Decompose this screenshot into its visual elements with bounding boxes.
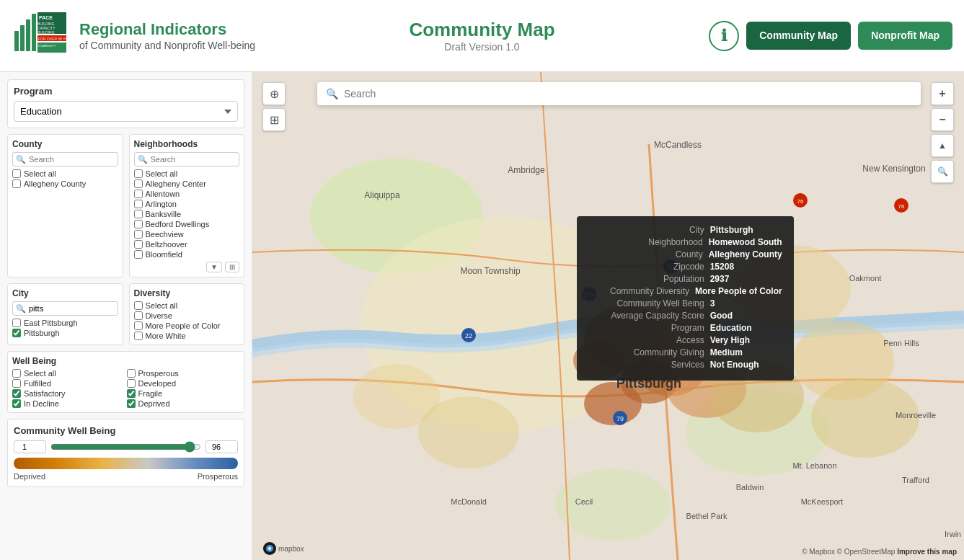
tooltip-giving-label: Community Giving <box>603 347 704 357</box>
map-search-input[interactable] <box>344 88 912 99</box>
cwb-deprived-label: Deprived <box>14 472 45 481</box>
community-well-being-section: Community Well Being Deprived Prosperous <box>7 419 244 487</box>
svg-text:Monroeville: Monroeville <box>896 411 936 419</box>
map-area[interactable]: Pittsburgh Aliquippa Ambridge McCandless… <box>252 72 964 560</box>
neighborhoods-checkbox-list: Select all Allegheny Center Allentown Ar… <box>134 169 240 259</box>
county-allegheny-item[interactable]: Allegheny County <box>12 179 118 188</box>
diversity-more-poc-item[interactable]: More People of Color <box>134 321 240 330</box>
neighborhood-bedford[interactable]: Bedford Dwellings <box>134 220 240 228</box>
neighborhood-beltzhoover-cb[interactable] <box>134 240 143 249</box>
tooltip-population-label: Population <box>603 274 704 284</box>
diversity-select-all-item[interactable]: Select all <box>134 301 240 310</box>
community-map-button[interactable]: Community Map <box>746 22 851 49</box>
neighborhood-beltzhoover-label: Beltzhoover <box>146 240 187 249</box>
wb-developed-item[interactable]: Developed <box>127 379 240 388</box>
map-search-zoom-button[interactable]: 🔍 <box>931 160 954 183</box>
wb-select-all-cb[interactable] <box>12 369 21 378</box>
wb-satisfactory-cb[interactable] <box>12 389 21 398</box>
wb-in-decline-cb[interactable] <box>12 399 21 408</box>
neighborhoods-select-all-checkbox[interactable] <box>134 169 143 178</box>
info-button[interactable]: ℹ <box>709 21 739 51</box>
neighborhood-arlington-cb[interactable] <box>134 200 143 208</box>
map-layers-button[interactable]: ⊞ <box>262 108 286 131</box>
neighborhood-allentown-cb[interactable] <box>134 190 143 198</box>
wb-select-all-item[interactable]: Select all <box>12 369 125 378</box>
wb-deprived-item[interactable]: Deprived <box>127 399 240 408</box>
county-filter: County 🔍 Select all Allegheny County <box>7 134 123 277</box>
diversity-select-all-cb[interactable] <box>134 301 143 310</box>
neighborhood-banksville-cb[interactable] <box>134 210 143 218</box>
neighborhoods-search-input[interactable] <box>134 152 240 166</box>
neighborhoods-select-all-item[interactable]: Select all <box>134 169 240 178</box>
cwb-slider[interactable] <box>50 441 201 453</box>
neighborhood-bloomfield[interactable]: Bloomfield <box>134 250 240 259</box>
map-search-bar[interactable]: 🔍 <box>317 82 921 105</box>
map-zoom-out-button[interactable]: − <box>931 108 954 131</box>
city-pittsburgh-cb[interactable] <box>12 329 21 337</box>
neighborhood-bloomfield-label: Bloomfield <box>146 250 182 259</box>
county-allegheny-checkbox[interactable] <box>12 179 21 188</box>
diversity-diverse-item[interactable]: Diverse <box>134 311 240 320</box>
wb-fragile-cb[interactable] <box>127 389 136 398</box>
wb-satisfactory-item[interactable]: Satisfactory <box>12 389 125 398</box>
neighborhood-allegheny-center[interactable]: Allegheny Center <box>134 179 240 188</box>
map-north-button[interactable]: ▲ <box>931 134 954 157</box>
cwb-max-input[interactable] <box>205 440 238 453</box>
tooltip-capacity-value: Good <box>710 311 782 321</box>
city-search-input[interactable] <box>12 301 118 316</box>
diversity-more-white-cb[interactable] <box>134 332 143 340</box>
header-title-block: Regional Indicators of Community and Non… <box>79 20 255 50</box>
wb-fulfilled-item[interactable]: Fulfilled <box>12 379 125 388</box>
tooltip-access-row: Access Very High <box>588 335 782 345</box>
wb-deprived-cb[interactable] <box>127 399 136 408</box>
county-search-input[interactable] <box>12 152 118 166</box>
city-east-pittsburgh-cb[interactable] <box>12 319 21 327</box>
neighborhood-beltzhoover[interactable]: Beltzhoover <box>134 240 240 249</box>
svg-text:Moon Township: Moon Township <box>460 266 520 276</box>
cwb-min-input[interactable] <box>14 440 46 453</box>
county-search-wrap: 🔍 <box>12 152 118 166</box>
county-select-all-checkbox[interactable] <box>12 169 21 178</box>
county-checkbox-list: Select all Allegheny County <box>12 169 118 188</box>
diversity-diverse-label: Diverse <box>146 311 172 320</box>
diversity-diverse-cb[interactable] <box>134 311 143 320</box>
wb-developed-cb[interactable] <box>127 379 136 388</box>
tooltip-city-row: City Pittsburgh <box>588 225 782 235</box>
neighborhood-beechview-cb[interactable] <box>134 230 143 239</box>
neighborhood-bloomfield-cb[interactable] <box>134 250 143 259</box>
diversity-more-white-item[interactable]: More White <box>134 332 240 340</box>
tooltip-giving-row: Community Giving Medium <box>588 347 782 357</box>
county-neighborhoods-row: County 🔍 Select all Allegheny County <box>7 134 244 277</box>
map-tooltip: City Pittsburgh Neighborhood Homewood So… <box>577 216 794 381</box>
tooltip-diversity-label: Community Diversity <box>588 286 689 296</box>
svg-text:Oakmont: Oakmont <box>849 274 882 283</box>
map-geolocate-button[interactable]: ⊕ <box>262 82 286 105</box>
improve-map-link[interactable]: Improve this map <box>897 548 957 556</box>
neighborhood-arlington[interactable]: Arlington <box>134 200 240 208</box>
main-content: Program Education Health Housing Environ… <box>0 72 964 560</box>
neighborhood-beechview[interactable]: Beechview <box>134 230 240 239</box>
neighborhood-allentown[interactable]: Allentown <box>134 190 240 198</box>
map-zoom-in-button[interactable]: + <box>931 82 954 105</box>
wb-fulfilled-cb[interactable] <box>12 379 21 388</box>
svg-text:New Kensington: New Kensington <box>862 164 925 174</box>
neighborhood-bedford-cb[interactable] <box>134 220 143 228</box>
city-east-pittsburgh-item[interactable]: East Pittsburgh <box>12 319 118 327</box>
program-select[interactable]: Education Health Housing Environment <box>14 101 238 122</box>
wb-in-decline-item[interactable]: In Decline <box>12 399 125 408</box>
neighborhoods-clear-btn[interactable]: ⊞ <box>225 262 239 272</box>
tooltip-zipcode-row: Zipcode 15208 <box>588 262 782 272</box>
neighborhoods-filter-btn[interactable]: ▼ <box>206 262 222 272</box>
neighborhood-allegheny-center-label: Allegheny Center <box>146 179 206 188</box>
city-pittsburgh-item[interactable]: Pittsburgh <box>12 329 118 337</box>
wb-prosperous-cb[interactable] <box>127 369 136 378</box>
neighborhood-allegheny-center-cb[interactable] <box>134 179 143 188</box>
neighborhood-banksville[interactable]: Banksville <box>134 210 240 218</box>
neighborhoods-search-wrap: 🔍 <box>134 152 240 166</box>
wb-fragile-item[interactable]: Fragile <box>127 389 240 398</box>
nonprofit-map-button[interactable]: Nonprofit Map <box>858 22 952 49</box>
county-select-all-item[interactable]: Select all <box>12 169 118 178</box>
wb-prosperous-item[interactable]: Prosperous <box>127 369 240 378</box>
diversity-more-poc-cb[interactable] <box>134 321 143 330</box>
neighborhood-allentown-label: Allentown <box>146 190 180 198</box>
